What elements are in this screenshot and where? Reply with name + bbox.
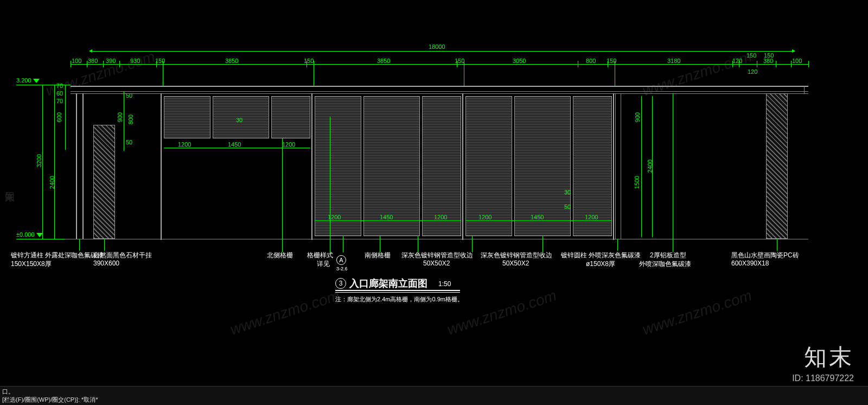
- dim-row: 1200: [434, 214, 447, 220]
- grille-panel: [271, 96, 310, 138]
- title-number-circle: 3: [335, 278, 346, 289]
- dim-line-right: [641, 96, 642, 237]
- leader: [418, 236, 418, 252]
- stone-pillar-right: [766, 93, 788, 239]
- dim-inner: 50: [564, 204, 571, 210]
- dim-tick: [757, 61, 757, 67]
- dim-row: 1200: [585, 214, 598, 220]
- dim-tick: [103, 61, 104, 67]
- beam-bot2: [71, 93, 808, 94]
- leader: [380, 236, 380, 252]
- label-sq-column-size: 150X150X8厚: [11, 260, 52, 269]
- col-left-b: [82, 93, 84, 239]
- dim-left: 50: [126, 139, 132, 145]
- dim-top: 3850: [225, 58, 238, 64]
- label-sq-column: 镀锌方通柱 外露处深咖色氟碳漆: [11, 251, 104, 260]
- stone-pillar-left: [93, 125, 115, 239]
- dim-overall: 18000: [429, 43, 445, 50]
- dim-left: 3200: [36, 154, 42, 167]
- dim-line-overall: [92, 51, 792, 52]
- dim-left: 900: [117, 112, 123, 122]
- dim-left: 70: [56, 98, 63, 104]
- leader: [777, 239, 777, 251]
- dim-left: 800: [127, 115, 134, 124]
- cad-command-line[interactable]: 口。 [栏选(F)/圈围(WP)/圈交(CP)]: *取消*: [0, 386, 868, 405]
- leader: [282, 138, 283, 252]
- col-left-a: [76, 93, 77, 239]
- label-alum-paint: 外喷深咖色氟碳漆: [639, 260, 691, 269]
- dim-top: 930: [130, 58, 140, 64]
- leader: [542, 236, 543, 252]
- leader: [343, 236, 343, 252]
- dim-row: [465, 220, 612, 221]
- brand-logo: 知末: [804, 342, 854, 372]
- dim-tick: [578, 61, 578, 67]
- label-tube1-size: 50X50X2: [423, 260, 450, 267]
- reveal: [621, 93, 621, 239]
- ext-line: [163, 64, 163, 86]
- label-tube1: 深灰色镀锌钢管造型收边: [401, 251, 473, 260]
- label-stone: 自然面黑色石材干挂: [93, 251, 152, 260]
- watermark: www.znzmo.com: [228, 287, 342, 338]
- dim-tick: [119, 61, 120, 67]
- cmd-line-1: 口。: [2, 388, 866, 396]
- col: [161, 93, 162, 240]
- dim-row: 1450: [380, 214, 393, 220]
- level-line: [16, 239, 71, 239]
- dim-row: 1200: [178, 141, 191, 148]
- dim-inner: 30: [236, 117, 242, 123]
- dim-top: 800: [586, 58, 596, 64]
- ext-line: [464, 64, 464, 86]
- title-underline-thick: [335, 290, 460, 291]
- label-round-col: 镀锌圆柱 外喷深灰色氟碳漆: [561, 251, 641, 260]
- dim-left: 2400: [49, 176, 55, 189]
- ext-line: [314, 64, 314, 86]
- dim-top: 150: [746, 52, 756, 59]
- dim-row: 1200: [282, 141, 295, 148]
- dim-top: 3050: [513, 58, 526, 64]
- label-alum: 2厚铝板造型: [650, 251, 686, 260]
- dim-tick: [87, 61, 87, 67]
- dim-row: [164, 148, 310, 148]
- beam-top: [71, 86, 808, 87]
- dim-top: 100: [792, 58, 802, 64]
- dim-top: 120: [732, 58, 742, 64]
- label-south-grille: 南侧格栅: [365, 251, 391, 260]
- title-text: 入口廊架南立面图: [349, 277, 427, 290]
- level-top: 3.200: [16, 77, 40, 84]
- leader: [673, 93, 673, 252]
- grille-panel: [164, 96, 210, 138]
- col: [462, 93, 463, 240]
- dim-line-v2: [54, 85, 55, 239]
- drawing-note: 注：廊架北侧为2.4m高格栅，南侧为0.9m格栅。: [335, 295, 463, 303]
- dim-tick: [808, 61, 809, 67]
- dim-top: 390: [106, 58, 116, 64]
- label-stone-size: 390X600: [93, 260, 119, 267]
- dim-top: 150: [607, 58, 616, 64]
- dim-top: 120: [748, 68, 757, 75]
- dim-inner: 30: [564, 189, 571, 195]
- dim-top: 3850: [377, 58, 390, 64]
- ext-line: [615, 64, 615, 86]
- label-tile: 黑色山水壁画陶瓷PC砖: [731, 251, 799, 260]
- label-grille-style-a: 格栅样式: [307, 251, 333, 260]
- label-tube2: 深灰色镀锌钢管造型收边: [481, 251, 552, 260]
- detail-ref-bubble: A: [336, 255, 346, 265]
- end-line: [804, 86, 805, 93]
- dim-line-top2: [71, 64, 808, 65]
- label-tube2-size: 50X50X2: [502, 260, 529, 267]
- dim-tick: [776, 61, 776, 67]
- label-grille-style-b: 详见: [317, 260, 330, 269]
- dim-tick: [791, 61, 792, 67]
- label-round-col-size: ø150X8厚: [586, 260, 615, 269]
- dim-top: 150: [155, 58, 165, 64]
- leader: [330, 117, 330, 252]
- dim-top: 380: [88, 58, 98, 64]
- dim-top: 150: [304, 58, 314, 64]
- dim-right: 900: [634, 112, 641, 122]
- image-id: ID: 1186797222: [792, 374, 854, 383]
- title-scale: 1:50: [438, 280, 451, 288]
- beam-bot: [71, 91, 808, 92]
- detail-ref-num: 3-2.6: [336, 266, 348, 271]
- level-bottom: ±0.000: [16, 231, 43, 238]
